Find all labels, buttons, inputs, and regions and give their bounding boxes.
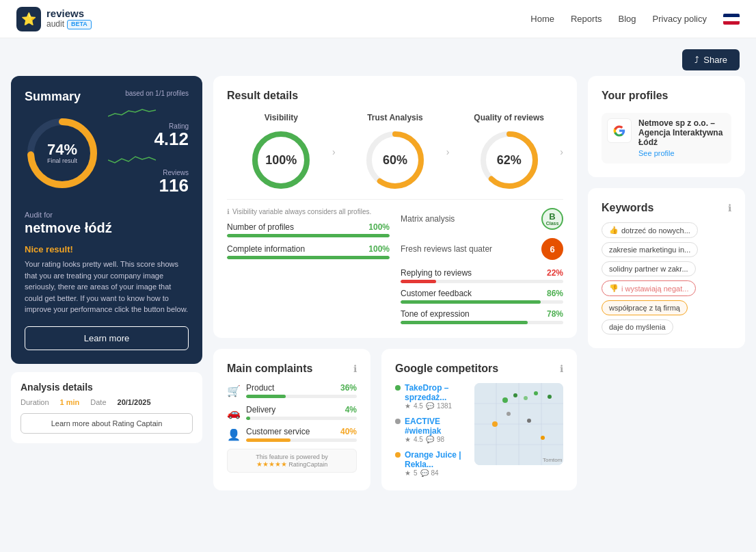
google-competitors-card: Google competitors ℹ TakeDrop – sprzedaż…	[381, 349, 577, 490]
svg-point-22	[492, 421, 498, 427]
svg-point-15	[502, 397, 508, 403]
trust-circle: 60%	[364, 129, 426, 191]
summary-metrics: 74% Final result Rating 4.12	[25, 107, 189, 200]
b-class-badge: B Class	[541, 208, 563, 230]
competitors-info-icon: ℹ	[560, 363, 563, 374]
nav-home[interactable]: Home	[530, 14, 554, 24]
donut-label: 74% Final result	[47, 142, 77, 165]
competitors-content: TakeDrop – sprzedaż... ★ 4.5 💬 1381	[395, 383, 563, 477]
visibility-chevron[interactable]: ›	[332, 146, 336, 157]
your-profiles-card: Your profiles Netmove sp z o.o. – Agencj…	[588, 76, 745, 177]
right-column: Your profiles Netmove sp z o.o. – Agencj…	[588, 76, 745, 490]
keywords-header: Keywords ℹ	[602, 202, 731, 214]
nice-result: Nice result!	[25, 244, 189, 254]
left-column: Summary based on 1/1 profiles 74% Final …	[11, 76, 202, 490]
quality-chevron[interactable]: ›	[560, 146, 563, 157]
complete-info-metric: Complete information 100%	[227, 244, 390, 259]
beta-badge: BETA	[67, 20, 92, 29]
logo-icon: ⭐	[16, 7, 41, 31]
competitor-eactive: EACTIVE #wiemjak ★ 4.5 💬 98	[395, 417, 463, 443]
svg-point-21	[527, 419, 531, 423]
final-score-donut: 74% Final result	[25, 116, 100, 191]
competitor-takedrop: TakeDrop – sprzedaż... ★ 4.5 💬 1381	[395, 383, 463, 410]
powered-by: This feature is powered by ★★★★★ RatingC…	[227, 449, 357, 473]
complaint-customer-service: 👤 Customer service 40%	[227, 427, 357, 442]
complaint-delivery: 🚗 Delivery 4%	[227, 405, 357, 420]
nav-reports[interactable]: Reports	[571, 14, 602, 24]
analysis-row: Duration 1 min Date 20/1/2025	[21, 398, 193, 406]
svg-point-16	[513, 393, 517, 397]
nav-blog[interactable]: Blog	[619, 14, 636, 24]
nav-privacy[interactable]: Privacy policy	[653, 14, 707, 24]
share-icon: ⤴	[694, 55, 699, 65]
product-icon: 🛒	[227, 384, 241, 397]
eactive-dot	[395, 419, 401, 424]
keyword-list: 👍 dotrzeć do nowych... zakresie marketin…	[602, 222, 731, 334]
logo-sub: audit BETA	[46, 20, 92, 29]
main-complaints-card: Main complaints ℹ 🛒 Product 36% 🚗	[213, 349, 370, 490]
result-description: Your rating looks pretty well. This scor…	[25, 259, 189, 315]
based-on: based on 1/1 profiles	[125, 90, 189, 97]
orange-dot	[395, 452, 401, 458]
quality-circle: 62%	[478, 129, 540, 191]
competitor-map: Tomtom	[474, 383, 563, 465]
svg-point-23	[541, 436, 545, 440]
svg-point-19	[548, 395, 552, 399]
complaints-info-icon: ℹ	[353, 363, 357, 374]
result-details-title: Result details	[227, 90, 563, 102]
header: ⭐ reviews audit BETA Home Reports Blog P…	[0, 0, 756, 38]
summary-right-metrics: Rating 4.12 Reviews 116	[108, 107, 189, 200]
keyword-tag-5[interactable]: daje do myślenia	[602, 319, 673, 334]
rating-captain-button[interactable]: Learn more about Rating Captain	[21, 413, 193, 434]
customer-service-icon: 👤	[227, 428, 241, 441]
profile-item-google: Netmove sp z o.o. – Agencja Interaktywna…	[602, 113, 731, 163]
star-icon2: ★	[405, 436, 411, 443]
toolbar: ⤴ Share	[0, 38, 756, 76]
visibility-circle: 100%	[250, 129, 312, 191]
top-metrics-row: Visibility 100% › Trust Analysis	[227, 113, 563, 191]
summary-title: Summary	[25, 90, 81, 104]
reviews-metric: Reviews 116	[108, 153, 189, 194]
review-icon3: 💬	[420, 469, 429, 477]
star-icon3: ★	[405, 469, 411, 477]
keyword-tag-1[interactable]: zakresie marketingu in...	[602, 242, 698, 257]
complaint-product: 🛒 Product 36%	[227, 383, 357, 398]
logo-main: reviews	[46, 8, 92, 20]
customer-feedback-metric: Customer feedback 86%	[401, 289, 563, 304]
keyword-tag-0[interactable]: 👍 dotrzeć do nowych...	[602, 222, 698, 238]
keyword-tag-4[interactable]: współpracę z tą firmą	[602, 300, 688, 315]
svg-point-20	[507, 412, 511, 416]
rating-metric: Rating 4.12	[108, 107, 189, 148]
language-flag[interactable]	[723, 14, 740, 25]
logo-text: reviews audit BETA	[46, 8, 92, 29]
logo: ⭐ reviews audit BETA	[16, 7, 92, 31]
share-button[interactable]: ⤴ Share	[682, 49, 740, 70]
competitor-orange: Orange Juice | Rekla... ★ 5 💬 84	[395, 450, 463, 477]
keyword-tag-3[interactable]: 👎 i wystawiają negat...	[602, 280, 696, 296]
center-column: Result details Visibility 100% ›	[213, 76, 577, 490]
summary-card: Summary based on 1/1 profiles 74% Final …	[11, 76, 202, 364]
analysis-title: Analysis details	[21, 382, 193, 393]
complaints-header: Main complaints ℹ	[227, 363, 357, 375]
google-icon	[612, 124, 626, 137]
reviews-sparkline	[108, 153, 156, 167]
analysis-card: Analysis details Duration 1 min Date 20/…	[11, 372, 202, 443]
rating-sparkline	[108, 107, 156, 120]
learn-more-button[interactable]: Learn more	[25, 326, 189, 350]
trust-metric: Trust Analysis 60% ›	[341, 113, 450, 191]
matrix-metric: Matrix analysis B Class	[401, 208, 563, 230]
takedrop-dot	[395, 385, 401, 391]
quality-metric: Quality of reviews 62% ›	[455, 113, 563, 191]
company-name: netmove łódź	[25, 220, 189, 236]
result-details-card: Result details Visibility 100% ›	[213, 76, 577, 338]
trust-chevron[interactable]: ›	[446, 146, 450, 157]
keyword-tag-2[interactable]: solidny partner w zakr...	[602, 261, 696, 276]
delivery-icon: 🚗	[227, 406, 241, 419]
competitor-list: TakeDrop – sprzedaż... ★ 4.5 💬 1381	[395, 383, 463, 477]
right-sub-metrics: Matrix analysis B Class Fresh reviews la…	[401, 208, 563, 324]
audit-for-label: Audit for	[25, 211, 189, 219]
see-profile-link[interactable]: See profile	[638, 149, 675, 157]
map-svg: Tomtom	[474, 383, 563, 465]
competitors-header: Google competitors ℹ	[395, 363, 563, 375]
main-nav: Home Reports Blog Privacy policy	[530, 14, 740, 25]
